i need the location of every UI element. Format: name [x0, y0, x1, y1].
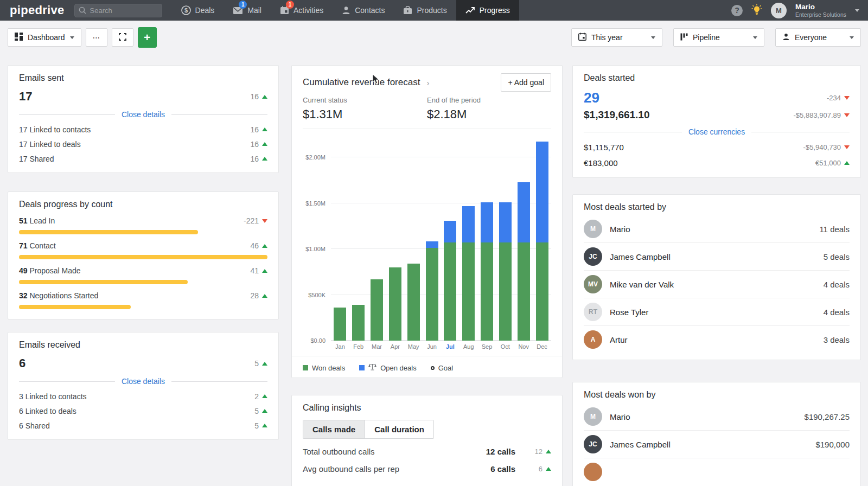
owner-filter[interactable]: Everyone	[775, 28, 861, 47]
trend-up-icon	[262, 95, 267, 99]
legend-open-deals[interactable]: Open deals	[359, 363, 417, 372]
trend: 5	[254, 359, 267, 368]
calendar-icon	[578, 33, 586, 42]
chart-bar-jun[interactable]	[426, 241, 438, 341]
deals-progress-card: Deals progress by count 51 Lead In-221 7…	[8, 191, 279, 319]
current-status-stat: Current status $1.31M	[303, 96, 427, 122]
nav-item-label: Deals	[195, 6, 215, 15]
legend-goal[interactable]: Goal	[431, 364, 453, 372]
period-filter[interactable]: This year	[571, 28, 662, 47]
card-title: Calling insights	[303, 403, 551, 413]
nav-item-products[interactable]: Products	[394, 0, 456, 21]
add-report-button[interactable]: +	[138, 27, 157, 48]
calling-tabs: Calls made Call duration	[303, 420, 434, 439]
won-deals-swatch	[303, 365, 308, 370]
chart-bar-oct[interactable]	[499, 202, 512, 341]
products-icon	[403, 6, 412, 15]
help-icon[interactable]: ?	[731, 5, 743, 16]
user-menu-caret-icon[interactable]	[855, 9, 859, 14]
chart-bar-nov[interactable]	[518, 182, 530, 341]
tab-call-duration[interactable]: Call duration	[365, 420, 433, 438]
goal-dot-icon	[431, 366, 435, 370]
dashboard-selector-button[interactable]: Dashboard	[8, 28, 81, 47]
nav-item-deals[interactable]: $ Deals	[172, 0, 224, 21]
progress-row: 49 Proposal Made41	[19, 266, 267, 284]
trend-up-icon	[844, 161, 850, 165]
fullscreen-icon	[119, 33, 126, 42]
more-options-button[interactable]: ⋯	[86, 28, 107, 47]
avatar: A	[584, 330, 602, 349]
chart-bar-mar[interactable]	[371, 279, 383, 341]
chevron-right-icon: ›	[426, 78, 429, 87]
chart-bar-jul[interactable]	[444, 221, 456, 341]
open-deals-segment	[444, 221, 456, 243]
user-meta[interactable]: Mario Enterprise Solutions	[795, 3, 846, 18]
card-title: Emails sent	[19, 73, 267, 83]
person-row[interactable]: AArtur3 deals	[584, 326, 850, 353]
user-avatar[interactable]: M	[771, 3, 787, 18]
card-title[interactable]: Cumulative revenue forecast	[303, 77, 420, 88]
won-deals-segment	[352, 305, 365, 341]
trend: 16	[250, 92, 267, 101]
trend-up-icon	[546, 450, 551, 453]
deals-icon: $	[181, 5, 191, 15]
person-row[interactable]: RTRose Tyler4 deals	[584, 298, 850, 326]
trend-up-icon	[546, 467, 551, 471]
chart-bar-apr[interactable]	[389, 267, 401, 341]
won-deals-segment	[481, 242, 493, 341]
won-deals-segment	[518, 242, 530, 341]
close-details-link[interactable]: Close details	[122, 110, 165, 119]
fullscreen-button[interactable]	[112, 28, 133, 47]
won-deals-segment	[334, 308, 346, 341]
lightbulb-icon[interactable]	[751, 4, 762, 17]
person-row[interactable]: MMario11 deals	[584, 215, 850, 243]
pipeline-filter[interactable]: Pipeline	[673, 28, 764, 47]
deals-started-count: 29	[584, 91, 599, 105]
period-caret-icon	[651, 36, 655, 41]
won-deals-segment	[371, 279, 383, 341]
person-row[interactable]: MVMike van der Valk4 deals	[584, 271, 850, 298]
revenue-forecast-card: Cumulative revenue forecast › + Add goal…	[291, 65, 563, 378]
progress-bar	[19, 305, 131, 309]
trend-up-icon	[262, 394, 267, 398]
chart-bar-may[interactable]	[407, 264, 420, 341]
nav-item-activities[interactable]: Activities 1	[271, 0, 333, 21]
chart-bar-dec[interactable]	[536, 142, 548, 341]
person-row[interactable]: JCJames Campbell5 deals	[584, 243, 850, 271]
person-row[interactable]	[584, 458, 850, 485]
tab-calls-made[interactable]: Calls made	[303, 420, 365, 438]
progress-row: 32 Negotiations Started28	[19, 291, 267, 309]
dashboard-icon	[15, 33, 23, 42]
chart-bar-jan[interactable]	[334, 308, 346, 341]
x-axis-label: Jul	[441, 343, 459, 350]
chart-bar-feb[interactable]	[352, 305, 365, 341]
close-currencies-link[interactable]: Close currencies	[688, 127, 745, 136]
legend-won-deals[interactable]: Won deals	[303, 364, 345, 372]
chart-bar-aug[interactable]	[462, 206, 475, 341]
x-axis-label: Oct	[496, 343, 514, 350]
right-column: Deals started 29 -234 $1,319,661.10 -$5,…	[572, 65, 861, 486]
trend-up-icon	[262, 127, 267, 131]
trend-up-icon	[262, 244, 267, 248]
owner-filter-label: Everyone	[795, 33, 827, 42]
filters: This year Pipeline Everyone	[571, 28, 861, 47]
nav-item-mail[interactable]: Mail 1	[224, 0, 271, 21]
nav-item-contacts[interactable]: Contacts	[333, 0, 394, 21]
won-deals-segment	[426, 248, 438, 341]
avatar: M	[584, 220, 602, 238]
add-goal-button[interactable]: + Add goal	[501, 73, 551, 92]
open-deals-segment	[536, 142, 548, 242]
search-input[interactable]	[74, 4, 162, 17]
trend-up-icon	[262, 142, 267, 146]
person-icon	[782, 33, 790, 42]
deals-started-amount: $1,319,661.10	[584, 109, 650, 121]
close-details-link[interactable]: Close details	[122, 377, 165, 386]
currency-row: $1,115,770 -$5,940,730	[584, 139, 850, 155]
person-row[interactable]: JCJames Campbell$190,000	[584, 431, 850, 458]
chart-bar-sep[interactable]	[481, 202, 493, 341]
card-title: Deals progress by count	[19, 200, 267, 209]
person-row[interactable]: MMario$190,267.25	[584, 403, 850, 431]
nav-item-progress[interactable]: Progress	[456, 0, 519, 21]
detail-row: 6 Shared5	[19, 418, 267, 433]
toolbar: Dashboard ⋯ + This year Pipeline Everyon…	[8, 27, 861, 48]
